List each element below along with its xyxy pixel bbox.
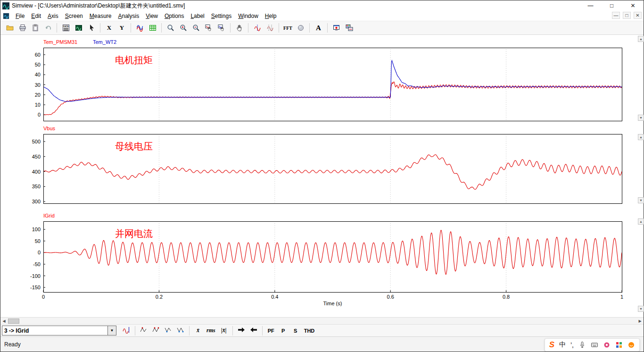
open-button[interactable]	[4, 23, 16, 34]
menu-window[interactable]: Window	[235, 11, 262, 21]
next-point-button[interactable]	[236, 326, 247, 335]
mdi-close-button[interactable]: ✕	[634, 12, 642, 19]
hand-screen2-icon	[218, 24, 225, 32]
y-tick-label: 20	[35, 92, 41, 98]
undo-button[interactable]	[42, 23, 54, 34]
thd-button[interactable]: THD	[302, 326, 317, 335]
global-max-button[interactable]	[150, 326, 162, 335]
y-tick-label: -50	[33, 261, 41, 267]
sphere-button[interactable]	[295, 23, 306, 34]
prev-point-button[interactable]	[248, 326, 259, 335]
toolbar-separator	[100, 23, 100, 33]
scroll-up-button[interactable]: ▲	[638, 36, 644, 42]
pan-button[interactable]	[233, 23, 245, 34]
menu-screen[interactable]: Screen	[62, 11, 86, 21]
y-axis-button[interactable]: Y	[116, 23, 128, 34]
menu-measure[interactable]: Measure	[86, 11, 115, 21]
screen-red-icon	[333, 24, 340, 32]
s-button[interactable]: S	[290, 326, 301, 335]
pf-button[interactable]: PF	[265, 326, 277, 335]
plot-area[interactable]: Tem_PMSM31Tem_WT20102030405060电机扭矩Vbus30…	[0, 35, 644, 317]
measure2-button[interactable]	[264, 23, 276, 34]
local-max-button[interactable]	[138, 326, 149, 335]
mic-icon[interactable]	[578, 341, 586, 349]
y-tick-label: 400	[32, 169, 41, 175]
plot-vbus: Vbus300350400450500母线电压	[32, 126, 622, 204]
simview-window: Simview - [C:\Users\Administrator\Deskto…	[0, 0, 644, 352]
pointer-icon	[88, 24, 95, 32]
minimize-button[interactable]: —	[580, 0, 601, 11]
curve-selector[interactable]: 3 -> IGrid ▼	[2, 326, 116, 335]
menu-settings[interactable]: Settings	[208, 11, 235, 21]
undo-icon	[44, 24, 52, 32]
main-toolbar: DATAXYFFTA	[0, 21, 644, 35]
window-title: Simview - [C:\Users\Administrator\Deskto…	[12, 2, 185, 10]
menu-file[interactable]: File	[12, 11, 28, 21]
rms-button[interactable]: rms	[205, 326, 217, 335]
maximize-button[interactable]: □	[601, 0, 622, 11]
menu-bar: FileEditAxisScreenMeasureAnalysisViewOpt…	[0, 11, 644, 21]
scroll-left-button[interactable]: ◀	[0, 318, 8, 324]
zoom-in-button[interactable]	[177, 23, 189, 34]
grid-menu-icon[interactable]	[615, 341, 623, 349]
scroll-up-button[interactable]: ▲	[638, 218, 644, 225]
measure-button[interactable]	[251, 23, 263, 34]
scroll-down-button[interactable]: ▼	[638, 115, 644, 121]
keyboard-icon[interactable]	[591, 341, 598, 349]
zoom-button[interactable]	[165, 23, 176, 34]
folder-icon	[6, 24, 14, 32]
menu-label[interactable]: Label	[187, 11, 207, 21]
annotation-torque: 电机扭矩	[115, 55, 153, 65]
skin-icon[interactable]	[603, 341, 611, 349]
menu-edit[interactable]: Edit	[28, 11, 44, 21]
print-button[interactable]	[17, 23, 28, 34]
menu-axis[interactable]: Axis	[44, 11, 62, 21]
abs-mean-button[interactable]: |x̄|	[218, 326, 230, 335]
menu-analysis[interactable]: Analysis	[115, 11, 143, 21]
zoom-x-button[interactable]	[203, 23, 215, 34]
fft-button[interactable]: FFT	[282, 23, 294, 34]
mdi-minimize-button[interactable]: —	[612, 12, 620, 19]
global-min-button[interactable]	[175, 326, 186, 335]
screen-overlay-button[interactable]	[330, 23, 342, 34]
screen-copy-button[interactable]	[343, 23, 355, 34]
view-data-button[interactable]: DATA	[60, 23, 72, 34]
close-button[interactable]: ✕	[622, 0, 644, 11]
svg-text:DATA: DATA	[63, 25, 68, 27]
combo-dropdown-button[interactable]: ▼	[107, 326, 116, 335]
mean-button[interactable]: x̄	[192, 326, 204, 335]
scroll-right-button[interactable]: ▶	[636, 318, 644, 324]
text-label-button[interactable]: A	[313, 23, 324, 34]
zoom-out-button[interactable]	[190, 23, 202, 34]
lang-zh-icon[interactable]: 中	[559, 341, 566, 349]
scroll-up-button[interactable]: ▲	[638, 134, 644, 140]
screen-color-icon	[346, 24, 353, 32]
add-screen-button[interactable]	[147, 23, 158, 34]
menu-view[interactable]: View	[142, 11, 161, 21]
x-axis-button[interactable]: X	[103, 23, 115, 34]
measure-toolbar: 3 -> IGrid ▼ x̄rms|x̄|PFPSTHD	[0, 324, 644, 336]
smiley-icon[interactable]	[627, 341, 635, 349]
show-points-button[interactable]	[121, 326, 132, 335]
hand-icon	[236, 24, 243, 32]
zoom-y-button[interactable]	[215, 23, 227, 34]
scroll-down-button[interactable]: ▼	[638, 306, 644, 312]
punct-icon[interactable]: ’,	[570, 341, 574, 349]
rerun-button[interactable]	[73, 23, 84, 34]
p-button[interactable]: P	[278, 326, 289, 335]
cursor-measure2-icon	[266, 24, 274, 32]
title-bar: Simview - [C:\Users\Administrator\Deskto…	[0, 0, 644, 11]
annotation-igrid: 并网电流	[115, 228, 153, 239]
scroll-thumb[interactable]	[8, 318, 19, 324]
select-button[interactable]	[85, 23, 97, 34]
mdi-restore-button[interactable]: □	[623, 12, 631, 19]
local-min-button[interactable]	[163, 326, 174, 335]
y-tick-label: -150	[30, 285, 41, 290]
menu-options[interactable]: Options	[161, 11, 187, 21]
menu-help[interactable]: Help	[262, 11, 280, 21]
paste-button[interactable]	[29, 23, 41, 34]
scroll-down-button[interactable]: ▼	[638, 197, 644, 203]
horizontal-scrollbar[interactable]: ◀ ▶	[0, 317, 644, 324]
sogou-icon[interactable]: S	[549, 340, 554, 350]
add-curve-button[interactable]	[134, 23, 146, 34]
